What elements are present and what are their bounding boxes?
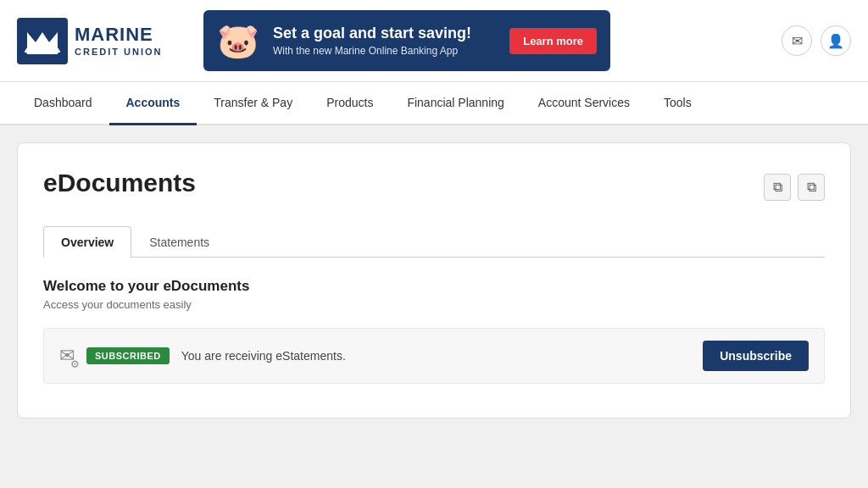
welcome-sub: Access your documents easily (43, 298, 825, 311)
nav-item-accounts[interactable]: Accounts (109, 82, 198, 125)
logo-marine: MARINE (75, 24, 162, 46)
edoc-icon-button-2[interactable]: ⧉ (798, 174, 825, 201)
logo-text: MARINE CREDIT UNION (75, 24, 162, 58)
mail-button[interactable]: ✉ (782, 25, 812, 56)
email-settings-icon: ✉ ⚙ (59, 345, 75, 367)
promo-banner: 🐷 Set a goal and start saving! With the … (203, 10, 610, 71)
edoc-icon-button-1[interactable]: ⧉ (764, 174, 791, 201)
banner-headline: Set a goal and start saving! (273, 25, 496, 43)
edocuments-card: eDocuments ⧉ ⧉ Overview Statements Welco… (17, 142, 851, 419)
logo-icon (17, 18, 68, 64)
subscription-row: ✉ ⚙ SUBSCRIBED You are receiving eStatem… (43, 328, 825, 384)
tab-overview[interactable]: Overview (43, 226, 131, 258)
user-profile-button[interactable]: 👤 (821, 25, 851, 56)
banner-learn-more-button[interactable]: Learn more (509, 28, 597, 54)
logo-credit-union: CREDIT UNION (75, 47, 162, 58)
nav-item-products[interactable]: Products (309, 82, 390, 125)
gear-icon: ⚙ (70, 358, 80, 370)
header-icons: ✉ 👤 (782, 25, 851, 56)
copy-icon: ⧉ (807, 180, 816, 195)
nav-item-financial-planning[interactable]: Financial Planning (390, 82, 520, 125)
edocuments-header: eDocuments ⧉ ⧉ (43, 169, 825, 201)
logo-area: MARINE CREDIT UNION (17, 18, 186, 64)
edocuments-tabs: Overview Statements (43, 226, 825, 258)
banner-sub: With the new Marine Online Banking App (273, 45, 496, 57)
welcome-title: Welcome to your eDocuments (43, 278, 825, 295)
main-nav: Dashboard Accounts Transfer & Pay Produc… (0, 82, 868, 125)
subscribed-badge: SUBSCRIBED (86, 347, 170, 364)
nav-item-dashboard[interactable]: Dashboard (17, 82, 109, 125)
unsubscribe-button[interactable]: Unsubscribe (703, 341, 809, 371)
download-icon: ⧉ (773, 180, 782, 195)
edocuments-toolbar-icons: ⧉ ⧉ (764, 174, 825, 201)
user-icon: 👤 (827, 33, 844, 49)
piggy-bank-icon: 🐷 (217, 21, 259, 61)
nav-item-tools[interactable]: Tools (647, 82, 709, 125)
edocuments-title: eDocuments (43, 169, 196, 197)
nav-item-transfer-pay[interactable]: Transfer & Pay (197, 82, 309, 125)
banner-text: Set a goal and start saving! With the ne… (273, 25, 496, 57)
header: MARINE CREDIT UNION 🐷 Set a goal and sta… (0, 0, 868, 82)
nav-item-account-services[interactable]: Account Services (521, 82, 647, 125)
subscription-text: You are receiving eStatements. (181, 349, 691, 363)
mail-icon: ✉ (792, 33, 803, 49)
tab-statements[interactable]: Statements (131, 226, 227, 258)
main-content: eDocuments ⧉ ⧉ Overview Statements Welco… (0, 125, 868, 435)
